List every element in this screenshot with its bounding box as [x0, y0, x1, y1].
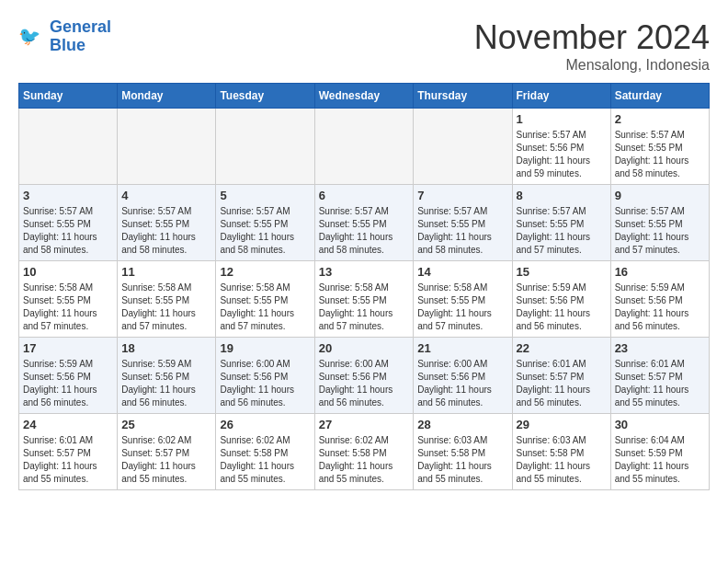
- day-info: Sunrise: 5:57 AM Sunset: 5:55 PM Dayligh…: [615, 205, 705, 257]
- day-number: 15: [517, 265, 607, 279]
- calendar-cell: [19, 109, 118, 185]
- calendar-cell: 13Sunrise: 5:58 AM Sunset: 5:55 PM Dayli…: [314, 261, 414, 338]
- day-number: 3: [23, 189, 113, 202]
- weekday-header-wednesday: Wednesday: [314, 84, 414, 109]
- calendar-cell: [118, 109, 216, 185]
- day-info: Sunrise: 6:01 AM Sunset: 5:57 PM Dayligh…: [517, 358, 607, 409]
- day-info: Sunrise: 6:00 AM Sunset: 5:56 PM Dayligh…: [417, 358, 507, 409]
- day-number: 14: [417, 265, 507, 279]
- calendar-cell: 30Sunrise: 6:04 AM Sunset: 5:59 PM Dayli…: [610, 414, 709, 490]
- calendar-cell: 17Sunrise: 5:59 AM Sunset: 5:56 PM Dayli…: [19, 338, 118, 414]
- calendar-cell: 12Sunrise: 5:58 AM Sunset: 5:55 PM Dayli…: [216, 261, 314, 338]
- weekday-header-tuesday: Tuesday: [216, 84, 314, 109]
- day-number: 9: [615, 189, 705, 202]
- day-number: 29: [517, 418, 607, 431]
- day-number: 30: [615, 418, 705, 431]
- calendar-cell: 1Sunrise: 5:57 AM Sunset: 5:56 PM Daylig…: [512, 109, 610, 185]
- day-info: Sunrise: 6:01 AM Sunset: 5:57 PM Dayligh…: [23, 434, 113, 486]
- day-info: Sunrise: 5:58 AM Sunset: 5:55 PM Dayligh…: [23, 282, 113, 333]
- day-info: Sunrise: 6:00 AM Sunset: 5:56 PM Dayligh…: [319, 358, 410, 409]
- day-info: Sunrise: 5:57 AM Sunset: 5:56 PM Dayligh…: [517, 129, 607, 180]
- calendar-cell: 25Sunrise: 6:02 AM Sunset: 5:57 PM Dayli…: [118, 414, 216, 490]
- day-info: Sunrise: 5:59 AM Sunset: 5:56 PM Dayligh…: [517, 282, 607, 333]
- calendar-cell: 8Sunrise: 5:57 AM Sunset: 5:55 PM Daylig…: [512, 185, 610, 261]
- calendar-cell: 20Sunrise: 6:00 AM Sunset: 5:56 PM Dayli…: [314, 338, 414, 414]
- calendar-cell: 28Sunrise: 6:03 AM Sunset: 5:58 PM Dayli…: [414, 414, 512, 490]
- day-number: 1: [517, 112, 607, 126]
- day-info: Sunrise: 6:03 AM Sunset: 5:58 PM Dayligh…: [517, 434, 607, 486]
- day-number: 7: [417, 189, 507, 202]
- calendar-week-row: 24Sunrise: 6:01 AM Sunset: 5:57 PM Dayli…: [19, 414, 710, 490]
- day-info: Sunrise: 5:57 AM Sunset: 5:55 PM Dayligh…: [121, 205, 211, 257]
- day-number: 5: [220, 189, 310, 202]
- calendar-week-row: 17Sunrise: 5:59 AM Sunset: 5:56 PM Dayli…: [19, 338, 710, 414]
- day-info: Sunrise: 5:57 AM Sunset: 5:55 PM Dayligh…: [23, 205, 113, 257]
- calendar-cell: 22Sunrise: 6:01 AM Sunset: 5:57 PM Dayli…: [512, 338, 610, 414]
- calendar-cell: 7Sunrise: 5:57 AM Sunset: 5:55 PM Daylig…: [414, 185, 512, 261]
- calendar-cell: 26Sunrise: 6:02 AM Sunset: 5:58 PM Dayli…: [216, 414, 314, 490]
- day-number: 27: [319, 418, 410, 431]
- calendar-cell: [414, 109, 512, 185]
- day-number: 22: [517, 341, 607, 355]
- month-title: November 2024: [474, 18, 710, 57]
- svg-text:🐦: 🐦: [18, 25, 41, 47]
- day-number: 4: [121, 189, 211, 202]
- day-number: 13: [319, 265, 410, 279]
- calendar-cell: 14Sunrise: 5:58 AM Sunset: 5:55 PM Dayli…: [414, 261, 512, 338]
- day-info: Sunrise: 5:57 AM Sunset: 5:55 PM Dayligh…: [319, 205, 410, 257]
- day-info: Sunrise: 5:57 AM Sunset: 5:55 PM Dayligh…: [517, 205, 607, 257]
- day-number: 12: [220, 265, 310, 279]
- day-info: Sunrise: 5:58 AM Sunset: 5:55 PM Dayligh…: [121, 282, 211, 333]
- day-number: 8: [517, 189, 607, 202]
- calendar-cell: 11Sunrise: 5:58 AM Sunset: 5:55 PM Dayli…: [118, 261, 216, 338]
- calendar-cell: 9Sunrise: 5:57 AM Sunset: 5:55 PM Daylig…: [610, 185, 709, 261]
- day-number: 23: [615, 341, 705, 355]
- day-number: 24: [23, 418, 113, 431]
- calendar-cell: 19Sunrise: 6:00 AM Sunset: 5:56 PM Dayli…: [216, 338, 314, 414]
- weekday-header-friday: Friday: [512, 84, 610, 109]
- calendar-table: SundayMondayTuesdayWednesdayThursdayFrid…: [18, 83, 710, 490]
- day-number: 19: [220, 341, 310, 355]
- day-info: Sunrise: 5:59 AM Sunset: 5:56 PM Dayligh…: [121, 358, 211, 409]
- calendar-cell: 27Sunrise: 6:02 AM Sunset: 5:58 PM Dayli…: [314, 414, 414, 490]
- day-number: 21: [417, 341, 507, 355]
- calendar-cell: [314, 109, 414, 185]
- calendar-cell: 16Sunrise: 5:59 AM Sunset: 5:56 PM Dayli…: [610, 261, 709, 338]
- day-number: 6: [319, 189, 410, 202]
- calendar-cell: 15Sunrise: 5:59 AM Sunset: 5:56 PM Dayli…: [512, 261, 610, 338]
- weekday-header-monday: Monday: [118, 84, 216, 109]
- calendar-cell: 2Sunrise: 5:57 AM Sunset: 5:55 PM Daylig…: [610, 109, 709, 185]
- calendar-cell: 29Sunrise: 6:03 AM Sunset: 5:58 PM Dayli…: [512, 414, 610, 490]
- calendar-header-row: SundayMondayTuesdayWednesdayThursdayFrid…: [19, 84, 710, 109]
- location-subtitle: Mensalong, Indonesia: [474, 57, 710, 74]
- day-number: 20: [319, 341, 410, 355]
- day-info: Sunrise: 5:57 AM Sunset: 5:55 PM Dayligh…: [220, 205, 310, 257]
- day-info: Sunrise: 5:57 AM Sunset: 5:55 PM Dayligh…: [615, 129, 705, 180]
- calendar-cell: 23Sunrise: 6:01 AM Sunset: 5:57 PM Dayli…: [610, 338, 709, 414]
- day-info: Sunrise: 6:04 AM Sunset: 5:59 PM Dayligh…: [615, 434, 705, 486]
- day-number: 25: [121, 418, 211, 431]
- calendar-cell: 18Sunrise: 5:59 AM Sunset: 5:56 PM Dayli…: [118, 338, 216, 414]
- day-number: 26: [220, 418, 310, 431]
- calendar-cell: 24Sunrise: 6:01 AM Sunset: 5:57 PM Dayli…: [19, 414, 118, 490]
- day-info: Sunrise: 6:02 AM Sunset: 5:57 PM Dayligh…: [121, 434, 211, 486]
- day-info: Sunrise: 6:02 AM Sunset: 5:58 PM Dayligh…: [319, 434, 410, 486]
- day-number: 28: [417, 418, 507, 431]
- day-number: 17: [23, 341, 113, 355]
- logo-icon: 🐦: [18, 23, 46, 51]
- day-info: Sunrise: 6:00 AM Sunset: 5:56 PM Dayligh…: [220, 358, 310, 409]
- day-info: Sunrise: 5:58 AM Sunset: 5:55 PM Dayligh…: [220, 282, 310, 333]
- calendar-cell: 3Sunrise: 5:57 AM Sunset: 5:55 PM Daylig…: [19, 185, 118, 261]
- day-number: 11: [121, 265, 211, 279]
- calendar-cell: [216, 109, 314, 185]
- day-info: Sunrise: 6:03 AM Sunset: 5:58 PM Dayligh…: [417, 434, 507, 486]
- day-info: Sunrise: 5:59 AM Sunset: 5:56 PM Dayligh…: [23, 358, 113, 409]
- day-info: Sunrise: 5:57 AM Sunset: 5:55 PM Dayligh…: [417, 205, 507, 257]
- calendar-week-row: 1Sunrise: 5:57 AM Sunset: 5:56 PM Daylig…: [19, 109, 710, 185]
- calendar-cell: 6Sunrise: 5:57 AM Sunset: 5:55 PM Daylig…: [314, 185, 414, 261]
- day-info: Sunrise: 6:01 AM Sunset: 5:57 PM Dayligh…: [615, 358, 705, 409]
- calendar-cell: 5Sunrise: 5:57 AM Sunset: 5:55 PM Daylig…: [216, 185, 314, 261]
- weekday-header-thursday: Thursday: [414, 84, 512, 109]
- day-number: 18: [121, 341, 211, 355]
- day-number: 2: [615, 112, 705, 126]
